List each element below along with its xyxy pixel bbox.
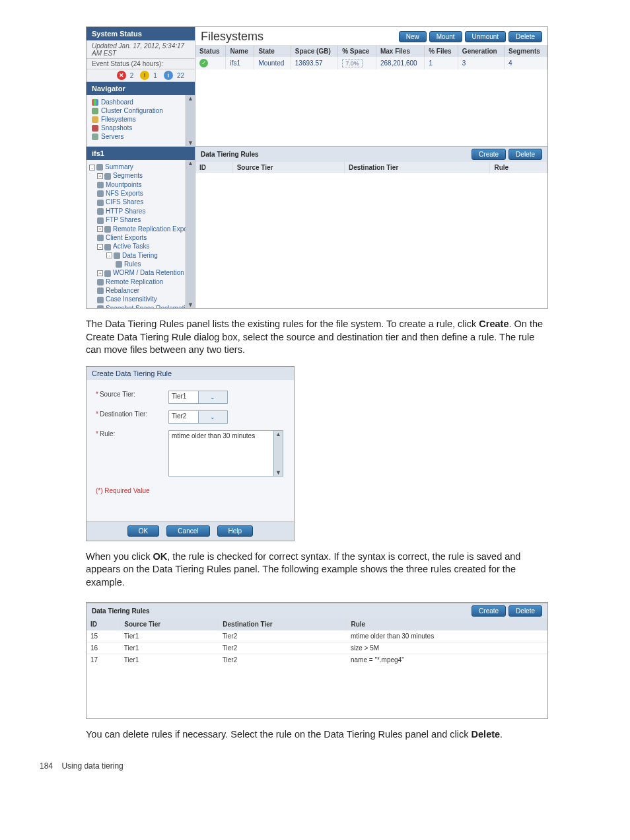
rule-cell: 15 — [87, 630, 120, 642]
expand-icon[interactable]: + — [97, 270, 103, 276]
event-critical-icon[interactable]: ✕ — [117, 71, 126, 80]
mount-button[interactable]: Mount — [429, 31, 462, 42]
fs-header[interactable]: State — [254, 46, 291, 57]
nav-cluster-config[interactable]: Cluster Configuration — [90, 106, 195, 115]
expand-icon[interactable]: - — [106, 252, 112, 258]
rules-header[interactable]: Rule — [347, 619, 547, 630]
rule-row[interactable]: 16Tier1Tier2size > 5M — [87, 642, 547, 654]
tree-label: Summary — [105, 163, 133, 171]
rules-example-table: IDSource TierDestination TierRule 15Tier… — [87, 619, 547, 666]
fs-header[interactable]: Max Files — [376, 46, 424, 57]
dtr-delete-button[interactable]: Delete — [508, 149, 542, 160]
tree-label: NFS Exports — [106, 190, 143, 197]
event-status-label: Event Status (24 hours): — [92, 60, 190, 67]
event-info-count: 22 — [177, 72, 187, 79]
tree-item[interactable]: CIFS Shares — [88, 198, 193, 206]
tree-label: Remote Replication — [106, 278, 163, 286]
tree-item[interactable]: Remote Replication — [88, 278, 193, 286]
dtr-header[interactable]: ID — [195, 162, 232, 173]
rules-header[interactable]: ID — [87, 619, 120, 630]
chevron-down-icon[interactable]: ⌄ — [198, 391, 228, 403]
rule-row[interactable]: 15Tier1Tier2mtime older than 30 minutes — [87, 630, 547, 642]
nav-filesystems[interactable]: Filesystems — [90, 115, 195, 124]
tree-item[interactable]: Rebalancer — [88, 286, 193, 295]
ifs-header: ifs1 — [87, 147, 195, 160]
chevron-down-icon[interactable]: ⌄ — [198, 411, 228, 423]
tree-item[interactable]: Case Insensitivity — [88, 295, 193, 303]
tree-item[interactable]: -Active Tasks — [88, 242, 193, 250]
tree-item[interactable]: NFS Exports — [88, 189, 193, 198]
tree-item[interactable]: +Remote Replication Exports — [88, 225, 193, 233]
expand-icon[interactable]: - — [89, 165, 95, 171]
dtr-title: Data Tiering Rules — [201, 151, 469, 158]
event-status-row: Event Status (24 hours): — [87, 59, 195, 69]
event-warning-count: 1 — [153, 72, 160, 79]
tree-item[interactable]: +WORM / Data Retention — [88, 268, 193, 277]
rule-cell: name = "*.mpeg4" — [347, 654, 547, 666]
fs-header[interactable]: Name — [226, 46, 254, 57]
expand-icon[interactable]: + — [97, 226, 103, 232]
filesystems-titlebar: Filesystems New Mount Unmount Delete — [195, 27, 547, 46]
event-warning-icon[interactable]: ! — [140, 71, 149, 80]
nav-snapshots[interactable]: Snapshots — [90, 124, 195, 132]
fs-space: 13693.57 — [291, 57, 337, 69]
right-pane: Filesystems New Mount Unmount Delete Sta… — [195, 27, 547, 308]
expand-icon[interactable]: - — [97, 244, 103, 250]
tree-item[interactable]: +Segments — [88, 171, 193, 180]
tree-label: Remote Replication Exports — [113, 225, 195, 233]
dest-tier-select[interactable]: Tier2⌄ — [168, 410, 228, 424]
tree-label: Case Insensitivity — [106, 295, 157, 303]
dialog-title: Create Data Tiering Rule — [87, 367, 294, 380]
rule-row[interactable]: 17Tier1Tier2name = "*.mpeg4" — [87, 654, 547, 666]
source-tier-select[interactable]: Tier1⌄ — [168, 391, 228, 404]
ok-button[interactable]: OK — [127, 525, 159, 537]
rules-create-button[interactable]: Create — [472, 605, 506, 617]
tree-item[interactable]: -Summary — [88, 163, 193, 171]
rule-cell: Tier2 — [219, 642, 347, 654]
expand-icon[interactable]: + — [97, 173, 103, 179]
tree-item[interactable]: -Data Tiering — [88, 251, 193, 260]
navigator-scrollbar[interactable] — [186, 95, 195, 146]
dtr-header[interactable]: Rule — [490, 162, 547, 173]
tree-item[interactable]: HTTP Shares — [88, 207, 193, 215]
event-critical-count: 2 — [130, 72, 137, 79]
new-button[interactable]: New — [399, 31, 427, 42]
tree-icon — [97, 279, 104, 286]
paragraph-1: The Data Tiering Rules panel lists the e… — [86, 318, 548, 357]
unmount-button[interactable]: Unmount — [465, 31, 507, 42]
rules-delete-button[interactable]: Delete — [508, 605, 542, 617]
fs-header[interactable]: Segments — [505, 46, 547, 57]
tree-item[interactable]: FTP Shares — [88, 215, 193, 224]
fs-header[interactable]: Status — [195, 46, 226, 57]
tree-item[interactable]: Client Exports — [88, 233, 193, 242]
dtr-header[interactable]: Destination Tier — [344, 162, 490, 173]
tree-item[interactable]: Mountpoints — [88, 180, 193, 189]
rules-header[interactable]: Source Tier — [120, 619, 219, 630]
main-screenshot: System Status Updated Jan. 17, 2012, 5:3… — [86, 26, 548, 309]
cancel-button[interactable]: Cancel — [166, 525, 209, 537]
fs-header[interactable]: Space (GB) — [291, 46, 337, 57]
rules-header[interactable]: Destination Tier — [219, 619, 347, 630]
event-info-icon[interactable]: i — [164, 71, 173, 80]
fs-header[interactable]: % Space — [338, 46, 376, 57]
rule-textarea[interactable]: mtime older than 30 minutes — [168, 430, 274, 477]
fs-seg: 4 — [505, 57, 547, 69]
textarea-scrollbar[interactable] — [274, 430, 283, 477]
dtr-header[interactable]: Source Tier — [232, 162, 344, 173]
fs-header[interactable]: % Files — [425, 46, 458, 57]
delete-button[interactable]: Delete — [508, 31, 542, 42]
tree-item[interactable]: Rules — [88, 260, 193, 268]
fs-pct-space: 7.0% — [342, 59, 363, 67]
nav-dashboard[interactable]: Dashboard — [90, 98, 195, 106]
tree-item[interactable]: Snapshot Space Reclamation — [88, 304, 193, 308]
fs-header[interactable]: Generation — [458, 46, 504, 57]
tree-label: Rebalancer — [106, 287, 139, 294]
help-button[interactable]: Help — [217, 525, 254, 537]
tree-label: Data Tiering — [122, 252, 158, 259]
rule-cell: 17 — [87, 654, 120, 666]
dtr-create-button[interactable]: Create — [472, 149, 506, 160]
filesystem-row[interactable]: ✓ ifs1 Mounted 13693.57 7.0% 268,201,600… — [195, 57, 547, 69]
rule-cell: Tier2 — [219, 654, 347, 666]
nav-servers[interactable]: Servers — [90, 132, 195, 141]
tree-scrollbar[interactable] — [186, 160, 195, 308]
